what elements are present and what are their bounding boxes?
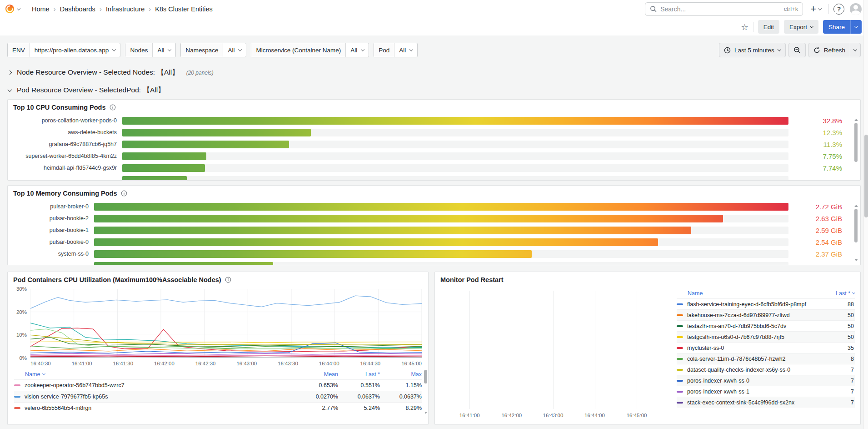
filter-bar: ENVhttps://pro-alien.dataos.appNodesAllN… — [7, 43, 861, 57]
clock-icon — [724, 47, 731, 54]
legend-header-name[interactable]: Name — [677, 290, 836, 297]
pod-name-label: aws-delete-buckets — [13, 129, 122, 136]
favorite-star-icon[interactable]: ☆ — [741, 22, 748, 32]
legend-series-name[interactable]: mycluster-ss-0 — [687, 345, 838, 351]
legend-header-last[interactable]: Last * — [338, 371, 380, 378]
legend-last-value: 50 — [838, 334, 854, 340]
grafana-logo[interactable] — [5, 4, 20, 14]
legend-header-max[interactable]: Max — [380, 371, 422, 378]
bargauge-track — [94, 215, 788, 222]
breadcrumb-item[interactable]: Home — [32, 5, 50, 13]
zoom-out-icon — [793, 46, 801, 54]
bargauge-row: pulsar-bookie-02.54 GiB — [13, 236, 860, 248]
variable-value-dropdown[interactable]: All — [223, 43, 246, 57]
scroll-up-icon[interactable] — [854, 205, 858, 207]
scrollbar-thumb[interactable] — [424, 370, 427, 384]
legend-mean-value: 2.77% — [296, 405, 338, 411]
breadcrumb-item[interactable]: Infrastructure — [106, 5, 145, 13]
timeseries-plot[interactable] — [441, 288, 671, 409]
variable-value-dropdown[interactable]: All — [394, 43, 417, 57]
bargauge-bar — [122, 164, 205, 172]
variable-value: All — [157, 47, 164, 54]
legend-series-name[interactable]: dataset-quality-checks-indexer-xs6y-ss-0 — [687, 367, 838, 373]
scrollbar-thumb[interactable] — [854, 123, 858, 162]
x-tick-label: 16:42:00 — [154, 361, 175, 369]
bargauge-bar — [122, 129, 311, 136]
variable-value-dropdown[interactable]: All — [153, 43, 175, 57]
breadcrumb-item[interactable]: Dashboards — [60, 5, 95, 13]
chevron-down-icon — [777, 47, 781, 51]
legend-series-name[interactable]: vision-service-7979677fb5-kp65s — [25, 394, 296, 400]
variable-value-dropdown[interactable]: https://pro-alien.dataos.app — [30, 43, 120, 57]
search-shortcut: ctrl+k — [784, 5, 798, 12]
scrollbar-thumb[interactable] — [854, 209, 858, 242]
search-input[interactable]: ctrl+k — [645, 2, 803, 16]
chevron-down-icon — [854, 24, 858, 28]
page-scrollbar[interactable] — [863, 0, 868, 429]
panel-title[interactable]: Top 10 Memory Consuming Pods — [13, 190, 117, 197]
row-pod-overview[interactable]: Pod Resource Overview - SelectedPod: 【Al… — [7, 81, 861, 99]
legend-last-value: 88 — [838, 301, 854, 308]
bargauge-bar — [122, 117, 788, 125]
variable-value-dropdown[interactable]: All — [346, 43, 369, 57]
legend-series-name[interactable]: zookeeper-operator-56b747bbd5-wzrc7 — [25, 382, 296, 389]
panel-title[interactable]: Pod Containers CPU Utilization (Maximum1… — [13, 276, 221, 283]
help-button[interactable]: ? — [833, 4, 844, 15]
legend-series-name[interactable]: flash-service-training-eyec-d-6cfb5bf6d9… — [687, 301, 838, 308]
scrollbar-thumb[interactable] — [864, 135, 868, 217]
search-field[interactable] — [660, 5, 780, 13]
info-icon[interactable] — [225, 277, 231, 283]
time-range-picker[interactable]: Last 5 minutes — [719, 43, 786, 57]
variable-value: All — [228, 47, 234, 54]
variable-control: PodAll — [374, 43, 418, 57]
legend-series-name[interactable]: velero-6b55564b54-m8rgn — [25, 405, 296, 411]
x-tick-label: 16:44:30 — [360, 361, 381, 369]
legend-series-name[interactable]: poros-indexer-xwvh-ss-1 — [687, 389, 838, 395]
bargauge-row: pulsar-bookie-22.63 GiB — [13, 212, 860, 224]
scroll-down-icon[interactable] — [854, 259, 858, 261]
legend-last-value: 8 — [838, 356, 854, 362]
legend-header-mean[interactable]: Mean — [296, 371, 338, 378]
legend-series-name[interactable]: testazlh-ms-an70-d-7db975bbd6-5c7dv — [687, 323, 838, 329]
legend-series-name[interactable]: testgcslh-ms-u6s0-d-7b67c97b88-7rjf5 — [687, 334, 838, 340]
series-color-swatch — [14, 396, 20, 398]
export-button[interactable]: Export — [784, 20, 818, 34]
panel-scrollbar[interactable] — [854, 205, 858, 261]
legend-series-name[interactable]: stack-exec-context-sink-5c4c9f96dd-sx2nx — [687, 399, 838, 406]
zoom-out-button[interactable] — [788, 43, 806, 57]
legend-header-last[interactable]: Last * — [836, 290, 855, 297]
legend-row: velero-6b55564b54-m8rgn2.77%5.24%8.29% — [14, 402, 422, 414]
user-avatar[interactable] — [850, 3, 862, 15]
info-icon[interactable] — [110, 104, 116, 111]
legend-series-name[interactable]: cola-server-11im-d-7876c48b57-hzwh2 — [687, 356, 838, 362]
add-button[interactable]: + — [808, 2, 824, 16]
timeseries-plot[interactable] — [30, 289, 422, 358]
row-node-overview[interactable]: Node Resource Overview - Selected Nodes:… — [7, 64, 861, 81]
legend-header-name[interactable]: Name — [14, 371, 296, 378]
refresh-interval-button[interactable] — [850, 43, 861, 57]
legend-series-name[interactable]: lakehouse-ms-7cza-d-6d97d99977-zltwd — [687, 312, 838, 318]
scroll-down-icon[interactable] — [424, 412, 427, 414]
legend-scrollbar[interactable] — [424, 370, 427, 414]
series-color-swatch — [677, 347, 683, 349]
panel-scrollbar[interactable] — [854, 119, 858, 177]
variable-control: NodesAll — [125, 43, 176, 57]
share-menu-button[interactable] — [850, 20, 862, 34]
panel-title[interactable]: Monitor Pod Restart — [440, 276, 504, 283]
share-button[interactable]: Share — [823, 20, 850, 34]
y-tick-label: 10% — [16, 332, 27, 338]
info-icon[interactable] — [121, 190, 127, 197]
legend-row: dataset-quality-checks-indexer-xs6y-ss-0… — [677, 364, 855, 375]
breadcrumb-item[interactable]: K8s Cluster Entities — [155, 5, 213, 13]
edit-button[interactable]: Edit — [758, 20, 779, 34]
x-tick-label: 16:41:30 — [113, 361, 133, 369]
variable-control: ENVhttps://pro-alien.dataos.app — [7, 43, 120, 57]
x-tick-label: 16:41:00 — [459, 413, 480, 418]
time-controls: Last 5 minutes Refresh — [719, 43, 861, 57]
panel-title[interactable]: Top 10 CPU Consuming Pods — [13, 104, 106, 111]
scroll-up-icon[interactable] — [854, 119, 858, 121]
bargauge-value: 7.74% — [792, 164, 842, 172]
legend-series-name[interactable]: poros-indexer-xwvh-ss-0 — [687, 378, 838, 384]
refresh-button[interactable]: Refresh — [808, 43, 850, 57]
chevron-down-icon — [853, 47, 857, 51]
